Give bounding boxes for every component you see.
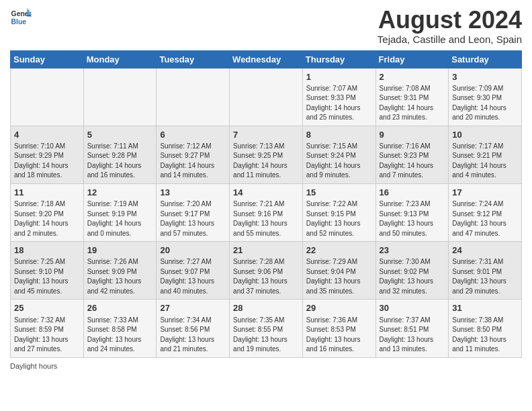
calendar-day-header: Tuesday — [157, 50, 230, 68]
day-info: Sunrise: 7:37 AM Sunset: 8:51 PM Dayligh… — [380, 316, 445, 355]
day-number: 25 — [14, 302, 80, 314]
day-number: 2 — [380, 71, 445, 83]
svg-text:Blue: Blue — [11, 18, 27, 26]
day-number: 18 — [14, 244, 80, 257]
day-info: Sunrise: 7:30 AM Sunset: 9:02 PM Dayligh… — [380, 257, 445, 296]
calendar-cell: 20Sunrise: 7:27 AM Sunset: 9:07 PM Dayli… — [157, 242, 230, 300]
day-number: 30 — [380, 302, 445, 314]
calendar-cell: 10Sunrise: 7:17 AM Sunset: 9:21 PM Dayli… — [449, 126, 522, 183]
day-number: 22 — [306, 244, 372, 257]
calendar-header-row: SundayMondayTuesdayWednesdayThursdayFrid… — [11, 50, 522, 68]
day-info: Sunrise: 7:32 AM Sunset: 8:59 PM Dayligh… — [14, 316, 80, 355]
day-info: Sunrise: 7:38 AM Sunset: 8:50 PM Dayligh… — [452, 316, 518, 355]
logo: General Blue — [10, 7, 32, 28]
calendar-day-header: Sunday — [11, 50, 84, 68]
calendar-day-header: Monday — [83, 50, 157, 68]
calendar-cell: 19Sunrise: 7:26 AM Sunset: 9:09 PM Dayli… — [83, 242, 157, 300]
calendar-cell: 15Sunrise: 7:22 AM Sunset: 9:15 PM Dayli… — [302, 183, 375, 241]
day-number: 6 — [160, 129, 226, 141]
calendar-cell: 3Sunrise: 7:09 AM Sunset: 9:30 PM Daylig… — [449, 68, 522, 126]
calendar-week-row: 11Sunrise: 7:18 AM Sunset: 9:20 PM Dayli… — [11, 183, 522, 241]
day-number: 14 — [233, 187, 299, 199]
calendar-cell — [230, 68, 303, 126]
calendar-day-header: Friday — [375, 50, 449, 68]
calendar-week-row: 25Sunrise: 7:32 AM Sunset: 8:59 PM Dayli… — [11, 300, 522, 357]
day-number: 23 — [380, 244, 445, 257]
day-info: Sunrise: 7:19 AM Sunset: 9:19 PM Dayligh… — [87, 199, 153, 238]
day-info: Sunrise: 7:23 AM Sunset: 9:13 PM Dayligh… — [380, 199, 445, 238]
day-info: Sunrise: 7:18 AM Sunset: 9:20 PM Dayligh… — [14, 199, 80, 238]
day-info: Sunrise: 7:20 AM Sunset: 9:17 PM Dayligh… — [160, 199, 226, 238]
day-number: 24 — [452, 244, 518, 257]
day-info: Sunrise: 7:36 AM Sunset: 8:53 PM Dayligh… — [306, 316, 372, 355]
calendar-cell: 18Sunrise: 7:25 AM Sunset: 9:10 PM Dayli… — [11, 242, 84, 300]
day-number: 21 — [233, 244, 299, 257]
calendar-cell: 17Sunrise: 7:24 AM Sunset: 9:12 PM Dayli… — [449, 183, 522, 241]
day-info: Sunrise: 7:08 AM Sunset: 9:31 PM Dayligh… — [380, 84, 445, 123]
title-block: August 2024 Tejada, Castille and Leon, S… — [378, 7, 522, 45]
calendar-day-header: Saturday — [449, 50, 522, 68]
day-info: Sunrise: 7:22 AM Sunset: 9:15 PM Dayligh… — [306, 199, 372, 238]
calendar-cell: 14Sunrise: 7:21 AM Sunset: 9:16 PM Dayli… — [230, 183, 303, 241]
day-number: 27 — [160, 302, 226, 314]
calendar-cell — [11, 68, 84, 126]
calendar-cell: 29Sunrise: 7:36 AM Sunset: 8:53 PM Dayli… — [302, 300, 375, 357]
day-number: 9 — [380, 129, 445, 141]
calendar-week-row: 18Sunrise: 7:25 AM Sunset: 9:10 PM Dayli… — [11, 242, 522, 300]
calendar-cell: 27Sunrise: 7:34 AM Sunset: 8:56 PM Dayli… — [157, 300, 230, 357]
day-info: Sunrise: 7:29 AM Sunset: 9:04 PM Dayligh… — [306, 257, 372, 296]
logo-icon: General Blue — [10, 7, 32, 28]
day-info: Sunrise: 7:10 AM Sunset: 9:29 PM Dayligh… — [14, 142, 80, 181]
subtitle: Tejada, Castille and Leon, Spain — [378, 34, 522, 45]
day-info: Sunrise: 7:21 AM Sunset: 9:16 PM Dayligh… — [233, 199, 299, 238]
calendar-cell: 9Sunrise: 7:16 AM Sunset: 9:23 PM Daylig… — [375, 126, 449, 183]
day-number: 29 — [306, 302, 372, 314]
day-number: 17 — [452, 187, 518, 199]
day-info: Sunrise: 7:07 AM Sunset: 9:33 PM Dayligh… — [306, 84, 372, 123]
calendar-cell — [157, 68, 230, 126]
main-title: August 2024 — [378, 7, 522, 34]
calendar-cell: 2Sunrise: 7:08 AM Sunset: 9:31 PM Daylig… — [375, 68, 449, 126]
calendar-cell: 21Sunrise: 7:28 AM Sunset: 9:06 PM Dayli… — [230, 242, 303, 300]
calendar-cell: 30Sunrise: 7:37 AM Sunset: 8:51 PM Dayli… — [375, 300, 449, 357]
calendar-cell: 1Sunrise: 7:07 AM Sunset: 9:33 PM Daylig… — [302, 68, 375, 126]
day-number: 19 — [87, 244, 153, 257]
calendar-cell: 16Sunrise: 7:23 AM Sunset: 9:13 PM Dayli… — [375, 183, 449, 241]
day-number: 31 — [452, 302, 518, 314]
day-number: 16 — [380, 187, 445, 199]
calendar-cell: 4Sunrise: 7:10 AM Sunset: 9:29 PM Daylig… — [11, 126, 84, 183]
day-info: Sunrise: 7:17 AM Sunset: 9:21 PM Dayligh… — [452, 142, 518, 181]
day-number: 4 — [14, 129, 80, 141]
calendar-cell: 13Sunrise: 7:20 AM Sunset: 9:17 PM Dayli… — [157, 183, 230, 241]
calendar-cell: 22Sunrise: 7:29 AM Sunset: 9:04 PM Dayli… — [302, 242, 375, 300]
calendar-cell: 25Sunrise: 7:32 AM Sunset: 8:59 PM Dayli… — [11, 300, 84, 357]
calendar-cell: 23Sunrise: 7:30 AM Sunset: 9:02 PM Dayli… — [375, 242, 449, 300]
day-number: 8 — [306, 129, 372, 141]
day-number: 20 — [160, 244, 226, 257]
calendar-cell: 8Sunrise: 7:15 AM Sunset: 9:24 PM Daylig… — [302, 126, 375, 183]
calendar-cell: 5Sunrise: 7:11 AM Sunset: 9:28 PM Daylig… — [83, 126, 157, 183]
day-number: 1 — [306, 71, 372, 83]
day-number: 26 — [87, 302, 153, 314]
day-info: Sunrise: 7:25 AM Sunset: 9:10 PM Dayligh… — [14, 257, 80, 296]
day-info: Sunrise: 7:35 AM Sunset: 8:55 PM Dayligh… — [233, 316, 299, 355]
day-info: Sunrise: 7:12 AM Sunset: 9:27 PM Dayligh… — [160, 142, 226, 181]
day-info: Sunrise: 7:26 AM Sunset: 9:09 PM Dayligh… — [87, 257, 153, 296]
day-info: Sunrise: 7:15 AM Sunset: 9:24 PM Dayligh… — [306, 142, 372, 181]
calendar-cell: 7Sunrise: 7:13 AM Sunset: 9:25 PM Daylig… — [230, 126, 303, 183]
calendar-cell: 24Sunrise: 7:31 AM Sunset: 9:01 PM Dayli… — [449, 242, 522, 300]
calendar-week-row: 1Sunrise: 7:07 AM Sunset: 9:33 PM Daylig… — [11, 68, 522, 126]
day-info: Sunrise: 7:11 AM Sunset: 9:28 PM Dayligh… — [87, 142, 153, 181]
footer-note: Daylight hours — [10, 362, 522, 370]
day-number: 12 — [87, 187, 153, 199]
calendar-day-header: Wednesday — [230, 50, 303, 68]
calendar-table: SundayMondayTuesdayWednesdayThursdayFrid… — [10, 50, 522, 358]
calendar-week-row: 4Sunrise: 7:10 AM Sunset: 9:29 PM Daylig… — [11, 126, 522, 183]
calendar-cell: 11Sunrise: 7:18 AM Sunset: 9:20 PM Dayli… — [11, 183, 84, 241]
day-info: Sunrise: 7:09 AM Sunset: 9:30 PM Dayligh… — [452, 84, 518, 123]
day-info: Sunrise: 7:28 AM Sunset: 9:06 PM Dayligh… — [233, 257, 299, 296]
calendar-cell: 31Sunrise: 7:38 AM Sunset: 8:50 PM Dayli… — [449, 300, 522, 357]
day-number: 13 — [160, 187, 226, 199]
calendar-body: 1Sunrise: 7:07 AM Sunset: 9:33 PM Daylig… — [11, 68, 522, 357]
calendar-cell: 26Sunrise: 7:33 AM Sunset: 8:58 PM Dayli… — [83, 300, 157, 357]
